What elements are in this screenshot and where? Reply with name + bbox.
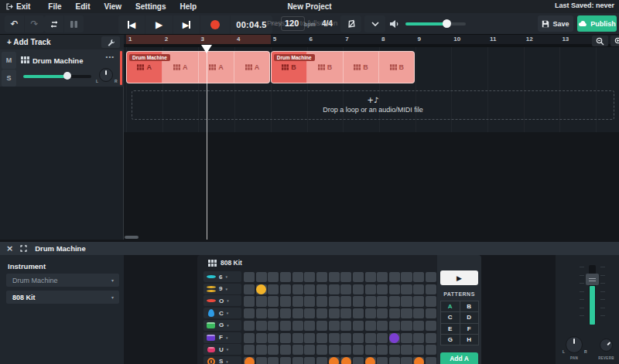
add-pattern-button[interactable]: Add A [440, 352, 478, 364]
step-cell[interactable] [268, 284, 279, 294]
step-cell[interactable] [256, 321, 267, 331]
step-cell[interactable] [280, 272, 291, 282]
file-dropzone[interactable]: +♪ Drop a loop or an audio/MIDI file [132, 90, 614, 120]
step-cell[interactable] [304, 296, 315, 306]
add-track-button[interactable]: + Add Track [7, 38, 51, 46]
drum-row-9[interactable]: 9▾ [203, 284, 241, 294]
clip[interactable]: AAAADrum Machine [126, 51, 270, 83]
chevron-down-icon[interactable]: ▾ [227, 311, 229, 315]
skip-to-end-button[interactable]: ▶ [173, 15, 200, 34]
step-cell[interactable] [353, 284, 364, 294]
step-cell[interactable] [316, 284, 327, 294]
step-cell[interactable] [389, 321, 400, 331]
step-cell[interactable] [340, 308, 351, 318]
step-cell[interactable] [292, 357, 303, 364]
step-cell[interactable] [304, 272, 315, 282]
step-cell[interactable] [304, 284, 315, 294]
step-cell[interactable] [280, 308, 291, 318]
step-cell[interactable] [340, 321, 351, 331]
chevron-down-icon[interactable]: ▾ [227, 323, 229, 328]
step-cell[interactable] [426, 333, 436, 343]
step-cell[interactable] [329, 345, 340, 355]
step-cell[interactable] [389, 308, 400, 318]
clip-pattern-cell[interactable]: A [234, 52, 269, 83]
step-cell[interactable] [377, 345, 388, 355]
clip-pattern-cell[interactable]: A [199, 52, 234, 83]
chevron-down-icon[interactable]: ▾ [226, 335, 228, 340]
collapse-toolbar-button[interactable] [364, 15, 385, 32]
step-cell[interactable] [256, 345, 267, 355]
step-cell[interactable] [353, 345, 364, 355]
playhead-handle[interactable] [201, 45, 212, 53]
step-cell[interactable] [426, 296, 436, 306]
horizontal-scrollbar[interactable] [125, 236, 139, 239]
step-cell[interactable] [401, 308, 412, 318]
save-button[interactable]: Save [538, 15, 573, 32]
step-cell[interactable] [377, 296, 388, 306]
redo-button[interactable]: ↷ [25, 15, 44, 32]
step-cell[interactable] [353, 308, 364, 318]
step-cell[interactable] [340, 333, 351, 343]
step-cell[interactable] [280, 296, 291, 306]
step-cell[interactable] [268, 345, 279, 355]
clip[interactable]: BBBBDrum Machine [271, 51, 415, 83]
step-cell[interactable] [292, 321, 303, 331]
step-cell[interactable] [244, 345, 255, 355]
step-cell[interactable] [329, 333, 340, 343]
drum-row-S[interactable]: S▾ [203, 356, 241, 364]
pattern-button-A[interactable]: A [441, 301, 460, 311]
step-cell[interactable] [280, 345, 291, 355]
pan-knob[interactable] [566, 336, 583, 353]
track-header[interactable]: M S Drum Machine ••• L R [0, 49, 124, 87]
clip-pattern-cell[interactable]: B [344, 52, 379, 83]
pattern-button-B[interactable]: B [460, 301, 479, 311]
step-cell[interactable] [244, 272, 255, 282]
step-cell[interactable] [304, 321, 315, 331]
chevron-down-icon[interactable]: ▾ [225, 287, 227, 291]
step-cell[interactable] [268, 272, 279, 282]
step-cell[interactable] [316, 345, 327, 355]
drum-row-C[interactable]: C▾ [203, 308, 241, 318]
step-cell[interactable] [365, 272, 376, 282]
split-tool-button[interactable] [64, 15, 84, 32]
loop-region[interactable] [126, 35, 271, 44]
track-pan-knob[interactable] [99, 68, 113, 82]
step-cell[interactable] [244, 308, 255, 318]
step-cell[interactable] [256, 308, 267, 318]
track-tools-button[interactable] [101, 36, 120, 48]
pattern-button-H[interactable]: H [460, 335, 479, 345]
pattern-button-C[interactable]: C [441, 312, 460, 322]
step-cell[interactable] [292, 284, 303, 294]
step-cell[interactable] [329, 308, 340, 318]
step-cell[interactable] [377, 357, 388, 364]
step-cell[interactable] [268, 296, 279, 306]
step-cell[interactable] [426, 272, 436, 282]
zoom-out-button[interactable] [592, 36, 608, 46]
step-cell[interactable] [268, 333, 279, 343]
step-cell[interactable] [365, 284, 376, 294]
step-cell[interactable] [280, 357, 291, 364]
step-cell[interactable] [377, 284, 388, 294]
step-cell[interactable] [377, 308, 388, 318]
step-cell[interactable] [365, 321, 376, 331]
step-cell[interactable] [365, 333, 376, 343]
play-button[interactable]: ▶ [145, 15, 173, 34]
drum-row-G[interactable]: G▾ [203, 320, 241, 331]
master-volume-slider[interactable] [405, 22, 466, 26]
step-cell[interactable] [292, 308, 303, 318]
step-cell[interactable] [329, 296, 340, 306]
step-cell[interactable] [401, 345, 412, 355]
step-cell[interactable] [256, 357, 267, 364]
kit-dropdown[interactable]: 808 Kit▾ [6, 291, 119, 304]
step-cell[interactable] [426, 284, 436, 294]
reverb-knob[interactable] [600, 338, 613, 352]
step-cell[interactable] [353, 321, 364, 331]
chevron-down-icon[interactable]: ▾ [227, 347, 229, 352]
clip-pattern-cell[interactable]: B [379, 52, 414, 83]
step-cell[interactable] [353, 357, 364, 364]
mute-button[interactable]: M [2, 52, 16, 69]
step-cell[interactable] [292, 272, 303, 282]
chevron-down-icon[interactable]: ▾ [226, 359, 228, 364]
step-cell[interactable] [329, 272, 340, 282]
step-cell[interactable] [316, 296, 327, 306]
